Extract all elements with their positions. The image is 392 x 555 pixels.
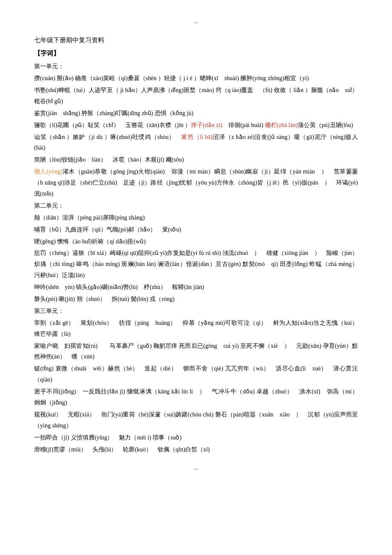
unit1-line2: 书塾(shú)蝉蜕（tuì）人迹罕至（ jì hǎn）人声鼎沸（dǐng)斑蝥（… bbox=[34, 85, 358, 107]
unit3-line6: 一拍即合（jí) 义愤填膺(yīng） 魅力（mèi i) 琐事（suǒ) bbox=[34, 432, 358, 443]
unit1-line7: 佣人(yòng)灌木（guàn)恭敬（gōng jìng)火钳(qián) 弥漫… bbox=[34, 166, 358, 199]
unit3-line5: 窥视(kuī） 无暇(xiá） 衙门(yá)重荷（hè)深邃（suì)踌躇(ch… bbox=[34, 409, 358, 431]
unit3-line1: 宰割（zǎi gē） 筹划(chóu） 彷徨（páng huáng） 仰慕（yǎ… bbox=[34, 318, 358, 340]
page-footer: -- bbox=[34, 463, 358, 474]
document-body: 七年级下册期中复习资料 【字词】 第一单元： 攒(cuán) 掰(ǎo) 确凿（… bbox=[34, 35, 358, 455]
unit1-header: 第一单元： bbox=[34, 61, 358, 72]
unit1-line6: 简陋（lòu)铰链(jiǎo liàn） 冰雹（báo）木屐(jī) 飕(sōu… bbox=[34, 154, 358, 165]
unit1-line3: 鉴赏(jiàn shǎng) 肿胀（zhàng)叮嘱(dīng zhǔ) 恐惧（… bbox=[34, 108, 358, 119]
unit2-header: 第二单元： bbox=[34, 200, 358, 211]
unit3-line4: 迥乎不同(jiǒng) 一反既往(fǎn jì) 慷慨淋漓（kāng kǎi l… bbox=[34, 386, 358, 408]
unit2-line6: 磐头(pèi) 啾(jiū) 朔（shuò） 拆(tuò) 鬓(bìn) 戎（r… bbox=[34, 294, 358, 305]
unit3-line3: 铤(tǐng) 衰微（shuāi wēi）赫然（hè） 迭起（dié） 锲而不舍… bbox=[34, 363, 358, 385]
unit2-line5: 呻吟(shēn yín) 镐头(gǎo)碾(niǎn)辔(lù) 杼(zhù） … bbox=[34, 282, 358, 293]
section-header: 【字词】 bbox=[34, 48, 358, 59]
unit3-header: 第三单元： bbox=[34, 306, 358, 317]
unit1-line5: 讪笑（shǎn ）嫉妒（jí dù ）啄(zhuó)吐绶鸡（shòu） 篱笆（l… bbox=[34, 132, 358, 154]
unit2-line4: 惩罚（chéng）逼狭（bī xiá）崎岖(qí qū)阻抑(zǔ yì)亦复如… bbox=[34, 248, 358, 281]
unit1-line1: 攒(cuán) 掰(ǎo) 确凿（záo)菜畦（qí)桑葚（shèn ）轻捷（ … bbox=[34, 73, 358, 84]
unit3-line2: 家喻户晓 妇孺皆知(rú) 马革裹尸（guǒ) 鞠躬尽瘁 死而后已(gōng c… bbox=[34, 341, 358, 363]
unit2-line3: 哽(gěng) 懊悔（ào huǐ)祈祷（qí dǎo)捂(wǔ) bbox=[34, 236, 358, 247]
unit2-line1: 颠（diān）澎湃（péng pài)屏障(píng zhàng) bbox=[34, 212, 358, 223]
content-area: 第一单元： 攒(cuán) 掰(ǎo) 确凿（záo)菜畦（qí)桑葚（shèn… bbox=[34, 61, 358, 455]
unit1-line4: 骊歌（lí)花圃（pǔ）耻笑（chǐ） 玉簪花（zān)衣襟（jīn ）掸子(d… bbox=[34, 120, 358, 131]
doc-title: 七年级下册期中复习资料 bbox=[34, 35, 358, 46]
page-header: -- bbox=[34, 17, 358, 28]
unit2-line2: 哺育（bǔ）九曲连环（qū）气魄(pò)郝（hǎo） 叟(sǒu) bbox=[34, 224, 358, 235]
unit3-line7: 滑稽(jī)荒谬（miù） 头颅(lú） 轮廓(kuò） 钦佩（qīn)白皙（x… bbox=[34, 444, 358, 455]
